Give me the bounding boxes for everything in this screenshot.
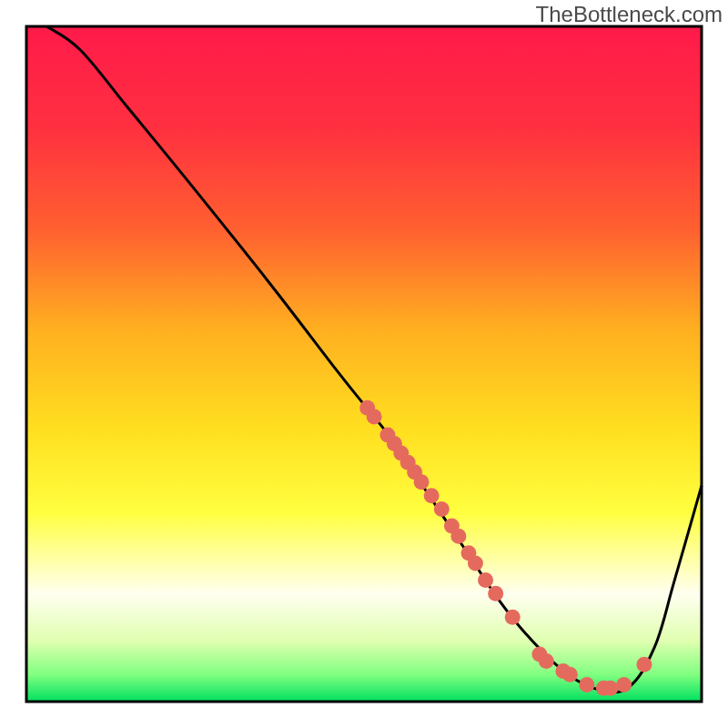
data-point xyxy=(636,657,652,672)
data-point xyxy=(602,681,618,696)
data-point xyxy=(367,409,382,424)
data-point xyxy=(450,529,466,544)
data-point xyxy=(562,667,578,682)
data-point xyxy=(468,555,483,571)
data-point xyxy=(539,653,554,669)
data-point xyxy=(478,572,493,588)
data-point xyxy=(414,474,430,490)
data-point xyxy=(488,586,503,602)
chart-svg xyxy=(0,0,728,728)
data-point xyxy=(424,488,440,503)
data-point xyxy=(434,501,450,517)
data-point xyxy=(505,610,521,625)
data-point xyxy=(579,677,594,693)
watermark-text: TheBottleneck.com xyxy=(536,2,723,27)
data-point xyxy=(616,677,632,693)
chart-container: TheBottleneck.com xyxy=(0,0,728,728)
plot-background xyxy=(26,26,702,702)
